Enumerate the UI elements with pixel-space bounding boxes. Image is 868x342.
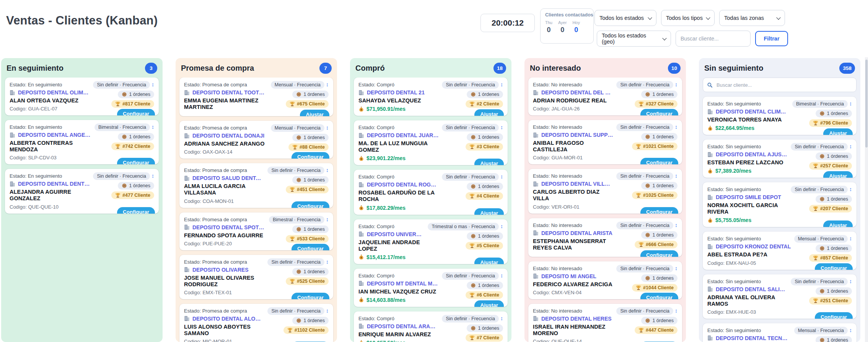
ajustar-button[interactable]: Ajustar (300, 110, 329, 116)
company-link[interactable]: DEPOSITO DENTAL SALITRILLO (707, 286, 788, 292)
client-card[interactable]: Estado: No interesadoDEPOSITO DENTAL DEL… (528, 78, 682, 115)
configurar-button[interactable]: Configurar (292, 152, 329, 159)
move-vertical-icon[interactable]: ↕ (151, 82, 154, 87)
move-vertical-icon[interactable]: ↕ (326, 259, 329, 264)
move-vertical-icon[interactable]: ↕ (500, 174, 503, 179)
company-link[interactable]: DEPOSITO DENTAL SPOTZHAN (184, 224, 266, 230)
company-link[interactable]: DEPOSITO MT DENTAL MEXICO (358, 280, 439, 287)
client-card[interactable]: Estado: Promesa de compraDEPOSITO OLIVAR… (179, 255, 333, 299)
client-card[interactable]: Estado: Sin seguimientoDEPOSITO KRONOZ D… (703, 232, 857, 269)
company-link[interactable]: DEPOSITO DENTAL TECNODENTAL (707, 335, 791, 341)
move-vertical-icon[interactable]: ↕ (500, 125, 503, 130)
company-link[interactable]: DEPOSITO DENTAL TOOTH & TOOLS (184, 89, 268, 96)
ajustar-button[interactable]: Ajustar (474, 258, 504, 264)
move-vertical-icon[interactable]: ↕ (675, 266, 677, 271)
client-card[interactable]: Estado: Sin seguimientoDEPOSITO SMILE DE… (703, 182, 857, 227)
client-card[interactable]: Estado: No interesadoDEPOSITO MI ANGELFE… (528, 261, 682, 299)
ajustar-button[interactable]: Ajustar (823, 220, 853, 227)
client-card[interactable]: Estado: No interesadoDEPOSITO DENTAL VIL… (528, 169, 682, 213)
ajustar-button[interactable]: Ajustar (823, 171, 853, 178)
move-vertical-icon[interactable]: ↕ (500, 82, 503, 87)
move-vertical-icon[interactable]: ↕ (500, 224, 503, 229)
client-card[interactable]: Estado: En seguimientoDEPOSITO DENTAL DE… (5, 169, 159, 213)
client-card[interactable]: Estado: Sin seguimientoDEPOSITO DENTAL S… (703, 274, 857, 319)
move-vertical-icon[interactable]: ↕ (675, 124, 677, 130)
company-link[interactable]: DEPOSITO DENTAL OLIMPO (10, 89, 90, 96)
move-vertical-icon[interactable]: ↕ (326, 125, 329, 130)
company-link[interactable]: DEPOSITO DENTAL AJUSCO (707, 151, 788, 157)
estados-filter-select[interactable]: Todos los estados (594, 10, 656, 26)
move-vertical-icon[interactable]: ↕ (500, 273, 503, 278)
company-link[interactable]: DEPOSITO MI ANGEL (533, 273, 613, 279)
client-card[interactable]: Estado: Promesa de compraDEPOSITO DENTAL… (179, 121, 333, 159)
client-card[interactable]: Estado: Promesa de compraDEPOSITO DENTAL… (179, 78, 333, 116)
move-vertical-icon[interactable]: ↕ (675, 222, 677, 228)
company-link[interactable]: DEPOSITO DENTAL ROGADENT (358, 182, 439, 188)
configurar-button[interactable]: Configurar (117, 109, 155, 115)
company-link[interactable]: DEPOSITO DENTAL JUAREZ (358, 132, 439, 138)
move-vertical-icon[interactable]: ↕ (675, 308, 677, 313)
company-link[interactable]: DEPOSITO DENTAL SUPPLY (533, 132, 613, 138)
client-card[interactable]: Estado: Promesa de compraDEPOSITO DENTAL… (179, 212, 333, 250)
company-link[interactable]: DEPOSITO SALUD DENTAL MONCLOVA (184, 175, 264, 181)
company-link[interactable]: DEPOSITO DENTAL 21 (358, 89, 439, 96)
tipos-filter-select[interactable]: Todos los tipos (661, 10, 715, 26)
move-vertical-icon[interactable]: ↕ (151, 124, 154, 130)
company-link[interactable]: DEPOSITO DENTAL DENTIX MAX (10, 181, 90, 187)
configurar-button[interactable]: Configurar (640, 250, 678, 257)
move-vertical-icon[interactable]: ↕ (849, 279, 852, 284)
move-vertical-icon[interactable]: ↕ (326, 308, 329, 313)
estados-geo-filter-select[interactable]: Todos los estados (geo) (597, 31, 671, 47)
configurar-button[interactable]: Configurar (292, 293, 329, 299)
configurar-button[interactable]: Configurar (640, 207, 678, 214)
client-card[interactable]: Estado: En seguimientoDEPOSITO DENTAL AN… (5, 120, 159, 164)
client-card[interactable]: Estado: CompróDEPOSITO DENTAL ARAGONENRI… (354, 311, 508, 342)
configurar-button[interactable]: Configurar (117, 158, 155, 164)
company-link[interactable]: DEPOSITO DENTAL ARAGON (358, 323, 439, 329)
configurar-button[interactable]: Configurar (292, 201, 329, 208)
company-link[interactable]: DEPOSITO DENTAL ANGELES (10, 132, 91, 138)
move-vertical-icon[interactable]: ↕ (326, 217, 329, 222)
company-link[interactable]: DEPOSITO DENTAL CLIMACO (707, 109, 789, 115)
configurar-button[interactable]: Configurar (292, 244, 329, 250)
configurar-button[interactable]: Configurar (117, 207, 155, 214)
client-card[interactable]: Estado: CompróDEPOSITO DENTAL ROGADENTRO… (354, 170, 508, 214)
filtrar-button[interactable]: Filtrar (755, 31, 788, 46)
company-link[interactable]: DEPOSITO DENTAL DEL SUR (533, 89, 613, 96)
client-card[interactable]: Estado: Promesa de compraDEPOSITO DENTAL… (179, 304, 333, 342)
client-card[interactable]: Estado: No interesadoDEPOSITO DENTAL HER… (528, 304, 682, 342)
company-link[interactable]: DEPOSITO DENTAL DONAJI (184, 133, 268, 139)
client-card[interactable]: Estado: CompróDEPOSITO DENTAL 21SAHAYDA … (354, 78, 508, 116)
client-card[interactable]: Estado: Promesa de compraDEPOSITO SALUD … (179, 163, 333, 207)
column-search-input[interactable] (716, 82, 852, 88)
move-vertical-icon[interactable]: ↕ (326, 82, 329, 87)
client-search-input[interactable] (676, 31, 751, 47)
client-card[interactable]: Estado: No interesadoDEPOSITO DENTAL ARI… (528, 218, 682, 257)
company-link[interactable]: DEPOSITO DENTAL ALODENT (184, 316, 264, 322)
move-vertical-icon[interactable]: ↕ (849, 327, 852, 333)
move-vertical-icon[interactable]: ↕ (675, 82, 677, 87)
client-card[interactable]: Estado: CompróDEPOSITO MT DENTAL MEXICOI… (354, 269, 508, 307)
client-card[interactable]: Estado: Sin seguimientoDEPOSITO DENTAL A… (703, 139, 857, 178)
page-scrollbar[interactable] (865, 57, 868, 342)
move-vertical-icon[interactable]: ↕ (849, 101, 852, 106)
move-vertical-icon[interactable]: ↕ (326, 167, 329, 173)
ajustar-button[interactable]: Ajustar (474, 159, 504, 165)
client-card[interactable]: Estado: En seguimientoDEPOSITO DENTAL OL… (5, 78, 159, 115)
move-vertical-icon[interactable]: ↕ (151, 173, 154, 178)
client-card[interactable]: Estado: No interesadoDEPOSITO DENTAL SUP… (528, 120, 682, 164)
configurar-button[interactable]: Configurar (815, 263, 853, 270)
client-card[interactable]: Estado: CompróDEPOSITO UNIVERSIDAD DE ME… (354, 219, 508, 264)
configurar-button[interactable]: Configurar (640, 293, 678, 299)
ajustar-button[interactable]: Ajustar (474, 208, 504, 215)
company-link[interactable]: DEPOSITO SMILE DEPOT (707, 194, 788, 200)
client-card[interactable]: Estado: Sin seguimientoDEPOSITO DENTAL T… (703, 323, 857, 342)
configurar-button[interactable]: Configurar (640, 158, 678, 164)
move-vertical-icon[interactable]: ↕ (849, 186, 852, 192)
company-link[interactable]: DEPOSITO DENTAL ARISTA (533, 230, 613, 236)
move-vertical-icon[interactable]: ↕ (675, 173, 677, 178)
company-link[interactable]: DEPOSITO UNIVERSIDAD DE MEXICALI (358, 231, 425, 237)
client-card[interactable]: Estado: CompróDEPOSITO DENTAL JUAREZMA. … (354, 120, 508, 165)
company-link[interactable]: DEPOSITO DENTAL VILLA JUAREZ (533, 181, 613, 187)
configurar-button[interactable]: Configurar (815, 312, 853, 319)
